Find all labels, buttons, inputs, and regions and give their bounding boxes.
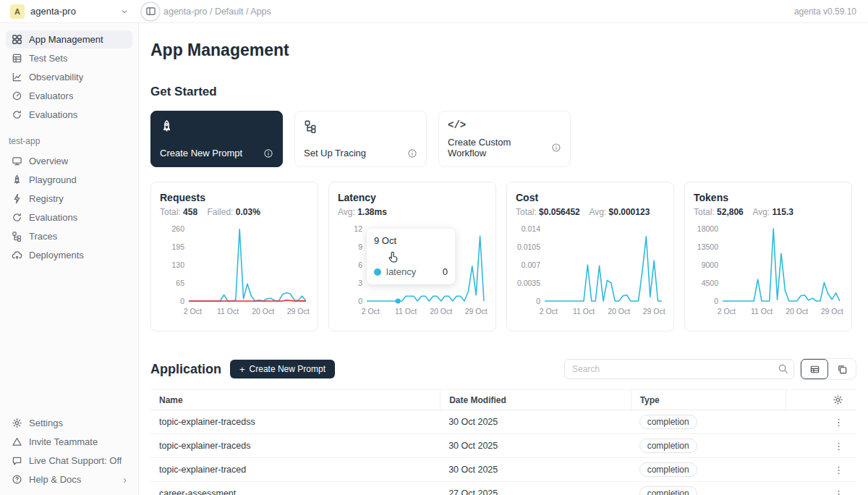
create-custom-workflow-card[interactable]: </>Create Custom Workflow — [438, 111, 571, 167]
svg-text:11 Oct: 11 Oct — [751, 307, 773, 316]
sidebar-item-registry[interactable]: Registry — [6, 190, 132, 208]
gear-icon — [833, 394, 843, 405]
metric-title: Cost — [516, 192, 665, 203]
sidebar-item-evaluators[interactable]: Evaluators — [6, 87, 132, 105]
info-icon — [551, 143, 561, 153]
create-new-prompt-card[interactable]: Create New Prompt — [150, 111, 283, 167]
sidebar-item-traces[interactable]: Traces — [6, 227, 132, 245]
svg-text:0.0035: 0.0035 — [517, 279, 540, 287]
chat-icon — [12, 455, 22, 466]
metric-title: Tokens — [694, 192, 843, 203]
column-header-date-modified[interactable]: Date Modified — [440, 390, 631, 410]
refresh-icon — [12, 109, 22, 120]
table-row[interactable]: topic-explainer-tracedss30 Oct 2025compl… — [150, 410, 856, 434]
svg-text:2 Oct: 2 Oct — [540, 307, 558, 316]
stat-label: Total: — [516, 207, 537, 217]
svg-text:11 Oct: 11 Oct — [217, 307, 239, 316]
sidebar-item-overview[interactable]: Overview — [6, 152, 132, 170]
sidebar-item-observability[interactable]: Observability — [6, 68, 132, 86]
stat-value: 52,806 — [717, 207, 744, 217]
svg-text:260: 260 — [171, 224, 184, 233]
main-content: App Management Get Started Create New Pr… — [139, 23, 868, 495]
triangle-icon — [12, 436, 22, 447]
svg-text:65: 65 — [176, 279, 184, 287]
type-badge: completion — [639, 439, 697, 453]
breadcrumb[interactable]: agenta-pro / Default / Apps — [163, 7, 271, 17]
type-badge: completion — [639, 415, 697, 429]
sidebar-item-evaluations[interactable]: Evaluations — [6, 208, 132, 227]
stat-value: 458 — [183, 207, 197, 217]
table-row[interactable]: topic-explainer-traced30 Oct 2025complet… — [150, 458, 856, 482]
metric-title: Latency — [338, 192, 487, 203]
search-input[interactable] — [564, 359, 794, 379]
panel-icon — [145, 6, 156, 17]
monitor-icon — [12, 156, 22, 166]
svg-text:20 Oct: 20 Oct — [608, 307, 630, 316]
search-icon — [778, 363, 788, 376]
app-name-cell[interactable]: career-assessment — [150, 488, 440, 495]
sidebar-app-nav: OverviewPlaygroundRegistryEvaluationsTra… — [6, 152, 132, 265]
sidebar-item-settings[interactable]: Settings — [6, 414, 132, 432]
kebab-menu-icon[interactable]: ⋮ — [834, 465, 843, 475]
gear-icon — [12, 418, 22, 428]
sidebar-item-evaluations[interactable]: Evaluations — [6, 106, 132, 124]
column-header-name[interactable]: Name — [150, 395, 440, 405]
sidebar-item-label: Evaluations — [29, 109, 77, 120]
svg-text:0: 0 — [714, 297, 718, 305]
version-label: agenta v0.59.10 — [794, 7, 868, 17]
date-modified-cell: 30 Oct 2025 — [440, 417, 631, 427]
svg-text:2 Oct: 2 Oct — [362, 307, 380, 316]
svg-text:20 Oct: 20 Oct — [786, 307, 808, 316]
svg-text:20 Oct: 20 Oct — [252, 307, 274, 316]
sidebar-item-invite-teammate[interactable]: Invite Teammate — [6, 433, 132, 451]
sidebar-toggle-button[interactable] — [140, 1, 161, 22]
chart-tokens[interactable]: 04500900013500180002 Oct11 Oct20 Oct29 O… — [694, 220, 844, 323]
chart-requests[interactable]: 0651301952602 Oct11 Oct20 Oct29 Oct — [160, 220, 310, 323]
kebab-menu-icon[interactable]: ⋮ — [834, 488, 843, 495]
sidebar-item-deployments[interactable]: Deployments — [6, 246, 132, 264]
sidebar-item-label: Deployments — [29, 250, 84, 261]
kebab-menu-icon[interactable]: ⋮ — [834, 417, 843, 428]
svg-text:18000: 18000 — [697, 224, 718, 233]
stat-value: 115.3 — [773, 207, 793, 217]
sidebar-item-label: Traces — [29, 231, 57, 242]
create-new-prompt-button[interactable]: + Create New Prompt — [230, 360, 335, 378]
column-header-type[interactable]: Type — [631, 390, 786, 410]
sidebar-item-help-docs[interactable]: Help & Docs› — [6, 470, 132, 488]
topbar: A agenta-pro agenta-pro / Default / Apps… — [0, 0, 868, 23]
chevron-right-icon: › — [123, 475, 127, 485]
workspace-switcher[interactable]: A agenta-pro — [0, 4, 139, 19]
table-row[interactable]: topic-explainer-traceds30 Oct 2025comple… — [150, 434, 856, 458]
tooltip-title: 9 Oct — [374, 235, 448, 246]
kebab-menu-icon[interactable]: ⋮ — [834, 441, 843, 452]
metric-card-latency: LatencyAvg: 1.38ms0369122 Oct11 Oct20 Oc… — [328, 182, 496, 331]
set-up-tracing-card[interactable]: Set Up Tracing — [294, 111, 427, 167]
sidebar-item-label: Settings — [29, 418, 63, 428]
chart-cost[interactable]: 00.00350.0070.01050.0142 Oct11 Oct20 Oct… — [516, 220, 666, 323]
refresh-icon — [12, 212, 22, 223]
app-name-cell[interactable]: topic-explainer-traceds — [150, 441, 440, 451]
svg-text:0: 0 — [358, 297, 362, 305]
workspace-name: agenta-pro — [30, 6, 76, 17]
app-name-cell[interactable]: topic-explainer-tracedss — [150, 417, 440, 427]
sidebar-item-live-chat-support-off[interactable]: Live Chat Support: Off — [6, 452, 132, 470]
table-row[interactable]: career-assessment27 Oct 2025completion⋮ — [150, 482, 856, 495]
stat-label: Total: — [694, 207, 715, 217]
column-header-actions[interactable] — [786, 390, 856, 410]
svg-text:0.0105: 0.0105 — [517, 242, 540, 251]
sidebar-item-app-management[interactable]: App Management — [6, 30, 132, 48]
table-view-button[interactable] — [801, 359, 828, 379]
type-badge: completion — [639, 462, 697, 477]
applications-table: Name Date Modified Type topic-explainer-… — [150, 389, 856, 495]
sidebar-item-label: Overview — [29, 156, 68, 166]
chevron-down-icon[interactable] — [120, 7, 129, 16]
card-view-button[interactable] — [828, 359, 856, 379]
svg-text:29 Oct: 29 Oct — [821, 307, 843, 316]
app-name-cell[interactable]: topic-explainer-traced — [150, 465, 440, 475]
tree-icon — [304, 119, 318, 133]
tooltip-value: 0 — [443, 266, 448, 277]
svg-text:11 Oct: 11 Oct — [395, 307, 417, 316]
sidebar-item-test-sets[interactable]: Test Sets — [6, 49, 132, 67]
sidebar-item-playground[interactable]: Playground — [6, 171, 132, 189]
metric-card-cost: CostTotal: $0.056452 Avg: $0.00012300.00… — [506, 182, 674, 331]
